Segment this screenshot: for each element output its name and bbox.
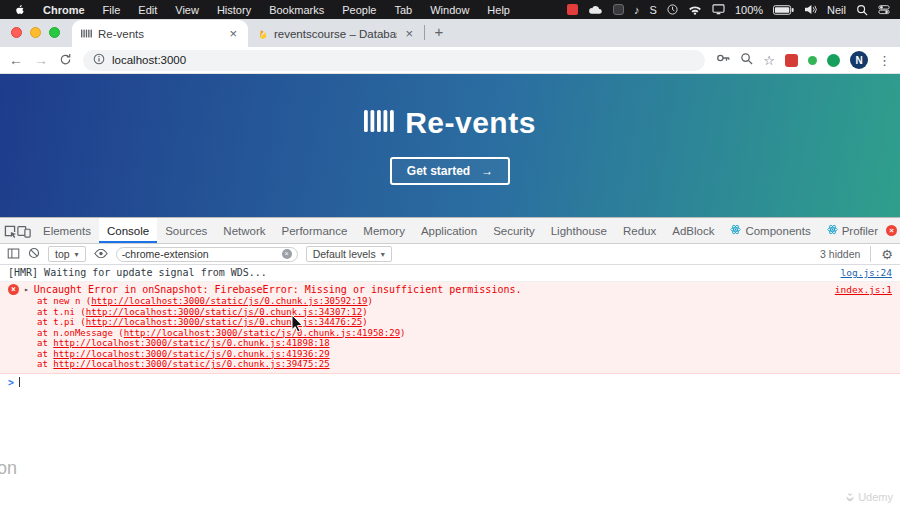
devtools-tab-components[interactable]: Components [722,218,818,243]
hidden-messages-count[interactable]: 3 hidden [820,248,860,260]
wifi-icon[interactable] [688,5,702,15]
menubar-user[interactable]: Neil [827,4,846,16]
expand-caret-icon[interactable]: ▸ [24,285,29,294]
menu-help[interactable]: Help [478,4,519,16]
menu-edit[interactable]: Edit [129,4,166,16]
battery-percent: 100% [735,4,763,16]
devtools-tab-console[interactable]: Console [99,218,157,243]
get-started-button[interactable]: Get started → [390,157,510,185]
devtools-tab-sources[interactable]: Sources [157,218,215,243]
devtools-tab-memory[interactable]: Memory [355,218,413,243]
stack-source-link[interactable]: http://localhost:3000/static/js/0.chunk.… [53,338,329,348]
live-expression-eye-icon[interactable] [94,248,108,260]
password-key-icon[interactable] [716,51,730,69]
clock-icon[interactable] [667,4,678,15]
menu-history[interactable]: History [208,4,260,16]
error-source-link[interactable]: index.js:1 [835,284,892,295]
menu-tab[interactable]: Tab [385,4,421,16]
browser-menu-icon[interactable]: ⋮ [878,53,891,68]
browser-tab-2[interactable]: reventscourse – Database – Fi× [248,20,424,47]
adblock-extension-icon[interactable] [785,54,798,67]
stack-source-link[interactable]: http://localhost:3000/static/js/0.chunk.… [53,359,329,369]
devtools-tab-application[interactable]: Application [413,218,485,243]
grammarly-extension-icon[interactable] [827,54,840,67]
devtools-tab-elements[interactable]: Elements [35,218,99,243]
control-center-icon[interactable] [878,4,890,15]
bookmark-star-icon[interactable]: ☆ [763,53,775,68]
screen: ChromeFileEditViewHistoryBookmarksPeople… [0,0,900,506]
clear-console-icon[interactable] [28,247,40,261]
console-filter[interactable]: × [116,247,298,262]
new-tab-button[interactable]: + [425,23,453,47]
watermark-left: on [0,458,17,479]
tab-close-icon[interactable]: × [227,27,239,40]
watermark-right: Udemy [845,491,893,503]
devtools-tab-label: Components [745,225,810,237]
stack-source-link[interactable]: http://localhost:3000/static/js/0.chunk.… [86,317,362,327]
stack-prefix: at [37,349,53,359]
stack-prefix: at new n ( [37,296,91,306]
dark-app-icon[interactable] [613,4,624,15]
log-levels-selector[interactable]: Default levels ▾ [306,246,392,262]
tab-title: reventscourse – Database – Fi [274,28,397,40]
arrow-right-icon: → [481,164,493,178]
browser-toolbar: ← → localhost:3000 ☆ N ⋮ [0,47,900,74]
spotlight-icon[interactable] [856,4,868,16]
inspect-element-icon[interactable] [3,218,17,243]
omnibox[interactable]: localhost:3000 [83,50,705,71]
stack-prefix: at [37,338,53,348]
stack-frame: at t.pi (http://localhost:3000/static/js… [0,317,900,328]
menu-bookmarks[interactable]: Bookmarks [260,4,333,16]
toolbar-actions: ☆ N ⋮ [716,51,891,69]
context-selector[interactable]: top ▾ [48,246,86,262]
zoom-icon[interactable] [740,51,753,69]
minimize-window-button[interactable] [30,27,41,38]
menu-file[interactable]: File [94,4,130,16]
devtools-controls: × 1 ⚙ ⋮ × [886,223,900,239]
reload-icon[interactable] [59,53,72,68]
apple-menu-icon[interactable] [10,3,34,17]
error-count-badge[interactable]: × 1 [886,225,900,237]
red-app-icon[interactable] [567,4,578,15]
log-source-link[interactable]: log.js:24 [841,267,892,278]
devtools-tab-adblock[interactable]: AdBlock [664,218,722,243]
forward-icon[interactable]: → [34,53,48,67]
stack-source-link[interactable]: http://localhost:3000/static/js/0.chunk.… [91,296,367,306]
stack-source-link[interactable]: http://localhost:3000/static/js/0.chunk.… [86,307,362,317]
console-filter-input[interactable] [122,248,282,260]
stack-source-link[interactable]: http://localhost:3000/static/js/0.chunk.… [53,349,329,359]
display-icon[interactable] [712,4,725,15]
menu-view[interactable]: View [166,4,208,16]
clear-filter-icon[interactable]: × [282,249,292,259]
tab-close-icon[interactable]: × [403,27,415,40]
console-prompt[interactable]: > [0,374,900,391]
volume-icon[interactable] [804,4,817,15]
devtools-tab-redux[interactable]: Redux [615,218,664,243]
devtools-tab-network[interactable]: Network [215,218,273,243]
device-toolbar-icon[interactable] [17,218,31,243]
devtools-tab-security[interactable]: Security [485,218,543,243]
log-levels-label: Default levels [313,248,376,260]
console-sidebar-icon[interactable] [7,247,20,262]
devtools-tab-profiler[interactable]: Profiler [819,218,886,243]
stack-source-link[interactable]: http://localhost:3000/static/js/0.chunk.… [124,328,400,338]
browser-tabs: Re-vents×reventscourse – Database – Fi× [72,20,424,47]
extension-dot-icon[interactable] [808,56,817,65]
browser-tab-1[interactable]: Re-vents× [72,20,248,47]
fullscreen-window-button[interactable] [49,27,60,38]
s-app-icon[interactable]: S [650,4,657,16]
music-icon[interactable]: ♪ [634,4,640,16]
profile-avatar[interactable]: N [850,51,868,69]
battery-icon[interactable] [773,5,794,15]
devtools-tab-lighthouse[interactable]: Lighthouse [543,218,615,243]
stack-frame: at http://localhost:3000/static/js/0.chu… [0,349,900,360]
console-settings-icon[interactable]: ⚙ [881,247,893,262]
devtools-tab-performance[interactable]: Performance [274,218,356,243]
menu-people[interactable]: People [333,4,385,16]
menu-window[interactable]: Window [421,4,478,16]
close-window-button[interactable] [11,27,22,38]
back-icon[interactable]: ← [9,53,23,67]
menu-chrome[interactable]: Chrome [34,4,94,16]
page-info-icon[interactable] [93,53,105,67]
cloud-icon[interactable] [588,5,603,15]
